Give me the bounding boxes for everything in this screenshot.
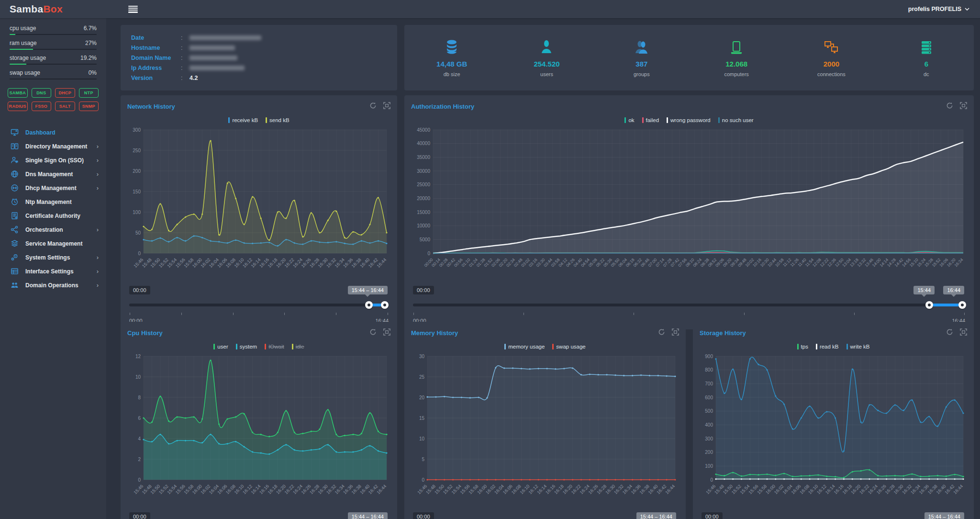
- svg-text:35000: 35000: [417, 155, 430, 160]
- svg-text:900: 900: [705, 354, 713, 359]
- stat-computers: 12.068computers: [689, 39, 784, 77]
- slider-range-label: 15:44 – 16:44: [924, 512, 964, 519]
- ntp-icon: [11, 198, 19, 206]
- legend-item-receive-kB[interactable]: receive kB: [228, 117, 258, 123]
- computers-icon: [729, 40, 744, 55]
- chart-legend: okfailedwrong passwordno such user: [411, 114, 967, 126]
- service-badge-fsso[interactable]: FSSO: [32, 102, 52, 111]
- dhcp-icon: [11, 184, 19, 192]
- sidebar-item-label: Service Management: [25, 240, 82, 247]
- legend-item-no-such-user[interactable]: no such user: [718, 117, 754, 123]
- expand-icon-button[interactable]: [383, 102, 390, 111]
- service-badge-dhcp[interactable]: DHCP: [55, 88, 75, 98]
- refresh-icon-button[interactable]: [369, 328, 377, 338]
- user-menu[interactable]: profelis PROFELIS: [908, 6, 969, 12]
- sidebar-item-service-management[interactable]: Service Management: [0, 237, 106, 250]
- legend-item-tps[interactable]: tps: [797, 344, 808, 350]
- sidebar-item-ntp-management[interactable]: Ntp Management: [0, 195, 106, 209]
- slider-selected-range[interactable]: [929, 304, 962, 306]
- user-menu-label: profelis PROFELIS: [908, 6, 961, 12]
- sidebar-item-orchestration[interactable]: Orchestration›: [0, 223, 106, 237]
- legend-item-IOwait[interactable]: IOwait: [265, 344, 284, 350]
- stat-label: connections: [784, 71, 879, 77]
- service-badge-samba[interactable]: SAMBA: [8, 88, 28, 98]
- legend-item-system[interactable]: system: [236, 344, 257, 350]
- info-label: Ip Address: [131, 65, 181, 71]
- refresh-icon-button[interactable]: [946, 328, 953, 338]
- legend-item-memory-usage[interactable]: memory usage: [504, 344, 545, 350]
- sidebar-item-single-sign-on-sso[interactable]: Single Sign On (SSO)›: [0, 153, 106, 167]
- slider-range-label: 15:44 – 16:44: [348, 286, 388, 294]
- sidebar-item-label: Dashboard: [25, 129, 56, 136]
- slider-handle-right[interactable]: [381, 301, 389, 309]
- sidebar-item-dhcp-management[interactable]: Dhcp Management›: [0, 181, 106, 195]
- legend-item-ok[interactable]: ok: [624, 117, 634, 123]
- sidebar-item-system-settings[interactable]: System Settings›: [0, 250, 106, 264]
- service-badge-ntp[interactable]: NTP: [79, 88, 99, 98]
- legend-item-failed[interactable]: failed: [642, 117, 659, 123]
- network-history-card: Network Historyreceive kBsend kB05010015…: [121, 95, 397, 329]
- sidebar-item-dashboard[interactable]: Dashboard: [0, 125, 106, 139]
- slider-handle-left[interactable]: [925, 301, 933, 309]
- slider-track[interactable]: [129, 304, 389, 306]
- sidebar-item-directory-management[interactable]: Directory Management›: [0, 139, 106, 153]
- usage-progress-bar: [10, 49, 97, 50]
- service-badge-dns[interactable]: DNS: [32, 88, 52, 98]
- legend-item-user[interactable]: user: [213, 344, 228, 350]
- stat-groups: 387groups: [594, 39, 689, 77]
- refresh-icon-button[interactable]: [658, 328, 665, 338]
- expand-icon-button[interactable]: [960, 328, 967, 338]
- svg-text:45000: 45000: [417, 127, 430, 133]
- sidebar-item-label: Domain Operations: [25, 282, 78, 289]
- legend-item-write-kB[interactable]: write kB: [846, 344, 870, 350]
- service-icon: [11, 239, 19, 248]
- legend-item-read-kB[interactable]: read kB: [816, 344, 839, 350]
- info-label: Domain Name: [131, 55, 181, 61]
- stat-users: 254.520users: [499, 39, 594, 77]
- legend-item-idle[interactable]: idle: [292, 344, 304, 350]
- usage-value: 6.7%: [84, 25, 97, 32]
- stat-label: dc: [879, 71, 974, 77]
- refresh-icon-button[interactable]: [369, 102, 377, 111]
- svg-text:400: 400: [705, 422, 713, 428]
- slider-handle-right[interactable]: [958, 301, 966, 309]
- legend-item-wrong-password[interactable]: wrong password: [667, 117, 711, 123]
- service-badge-salt[interactable]: SALT: [55, 102, 75, 111]
- refresh-icon-button[interactable]: [946, 102, 953, 111]
- usage-label: cpu usage: [10, 25, 36, 32]
- sidebar-item-domain-operations[interactable]: Domain Operations›: [0, 278, 106, 292]
- stat-value: 6: [879, 60, 974, 68]
- service-badges: SAMBADNSDHCPNTPRADIUSFSSOSALTSNMP: [0, 82, 106, 111]
- sso-icon: [11, 156, 19, 164]
- legend-item-send-kB[interactable]: send kB: [266, 117, 290, 123]
- sidebar-item-label: Dhcp Management: [25, 185, 77, 192]
- topbar: SambaBox profelis PROFELIS: [0, 0, 980, 18]
- legend-item-swap-usage[interactable]: swap usage: [552, 344, 585, 350]
- redacted-value: [189, 45, 235, 50]
- system-info-card: Date:Hostname:Domain Name:Ip Address:Ver…: [121, 25, 397, 90]
- svg-text:2: 2: [138, 457, 141, 462]
- expand-icon-button[interactable]: [672, 328, 679, 338]
- app-logo[interactable]: SambaBox: [0, 3, 106, 15]
- sidebar-item-dns-management[interactable]: Dns Management›: [0, 167, 106, 181]
- svg-text:5000: 5000: [420, 237, 431, 242]
- hamburger-menu-icon[interactable]: [128, 6, 138, 13]
- sidebar-item-interface-settings[interactable]: Interface Settings›: [0, 264, 106, 278]
- info-label: Version: [131, 75, 181, 81]
- redacted-value: [189, 66, 245, 70]
- svg-text:10: 10: [135, 374, 141, 380]
- svg-text:0: 0: [138, 251, 141, 256]
- logo-box: Box: [43, 3, 63, 14]
- service-badge-radius[interactable]: RADIUS: [8, 102, 28, 111]
- expand-icon-button[interactable]: [960, 102, 967, 111]
- slider-handle-left[interactable]: [365, 301, 373, 309]
- service-badge-snmp[interactable]: SNMP: [79, 102, 99, 111]
- refresh-icon: [369, 328, 377, 336]
- expand-icon-button[interactable]: [383, 328, 390, 338]
- usage-progress-bar: [10, 79, 97, 79]
- slider-range-label: 15:44 – 16:44: [636, 512, 676, 519]
- slider-track[interactable]: [413, 304, 965, 306]
- sidebar-item-label: Certificate Authority: [25, 213, 80, 219]
- sidebar-item-certificate-authority[interactable]: Certificate Authority: [0, 209, 106, 223]
- svg-text:0: 0: [138, 477, 141, 483]
